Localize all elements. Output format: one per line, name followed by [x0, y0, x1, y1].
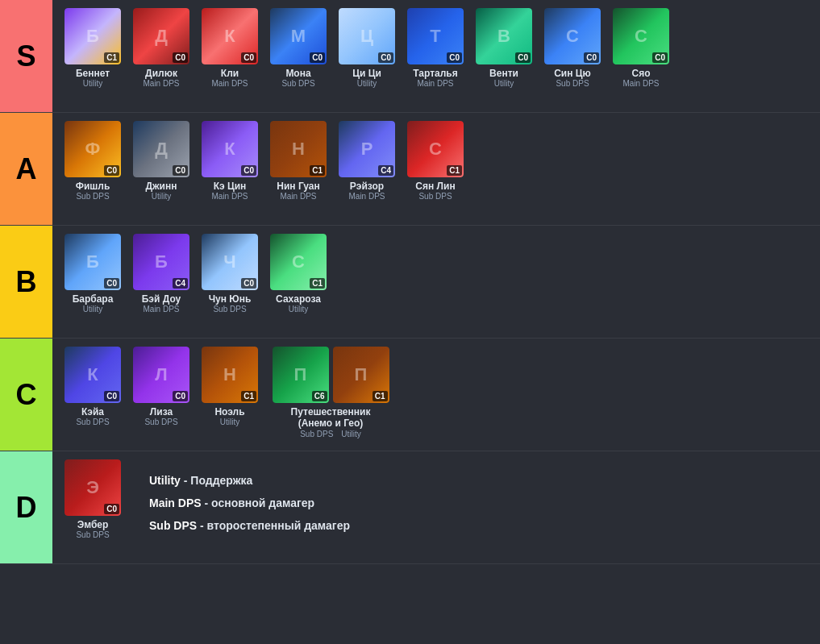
constellation-badge: C0: [652, 52, 668, 63]
traveler-name: Путешественник(Анемо и Гео): [291, 406, 371, 430]
constellation-badge: C0: [241, 52, 256, 63]
char-card-xinqiu[interactable]: СC0Син ЦюSub DPS: [540, 8, 605, 88]
tier-list: S БC1БеннетUtilityДC0ДилюкMain DPSКC0Кли…: [0, 0, 820, 564]
constellation-badge: C0: [378, 52, 393, 63]
char-portrait: КC0: [65, 347, 121, 403]
constellation-badge: C0: [173, 391, 188, 401]
constellation-badge: C0: [515, 52, 531, 63]
char-portrait: КC0: [202, 8, 258, 64]
char-card-barbara[interactable]: БC0БарбараUtility: [60, 234, 125, 314]
char-card-jean[interactable]: ДC0ДжиннUtility: [129, 121, 194, 201]
char-role: Sub DPS: [418, 192, 452, 201]
char-name: Кэйа: [81, 406, 104, 418]
legend-key: Sub DPS: [149, 519, 197, 532]
char-role: Sub DPS: [144, 418, 177, 426]
char-name: Сахароза: [276, 293, 321, 305]
char-card-venti[interactable]: ВC0ВентиUtility: [472, 8, 536, 88]
constellation-badge: C0: [104, 165, 119, 176]
constellation-badge: C6: [312, 391, 327, 401]
char-name: Сяо: [632, 68, 651, 79]
char-card-noelle[interactable]: НC1НоэльUtility: [198, 347, 262, 426]
char-portrait: НC1: [202, 347, 258, 403]
tier-row-d: D ЭC0ЭмберSub DPS Utility - ПоддержкаMai…: [0, 451, 820, 564]
legend-item-main-dps: Main DPS - основной дамагер: [149, 497, 359, 509]
constellation-badge: C0: [104, 278, 119, 289]
char-role: Sub DPS: [76, 530, 109, 539]
char-portrait: ЭC0: [65, 459, 121, 516]
char-portrait: МC0: [270, 8, 327, 64]
constellation-badge: C0: [104, 504, 119, 514]
constellation-badge: C4: [173, 278, 188, 289]
char-name: Тарталья: [413, 68, 457, 79]
char-portrait: ТC0: [407, 8, 464, 64]
char-card-keqing[interactable]: КC0Кэ ЦинMain DPS: [198, 121, 262, 201]
char-name: Чун Юнь: [209, 293, 252, 305]
char-portrait: СC1: [407, 121, 464, 177]
char-card-klee[interactable]: КC0КлиMain DPS: [198, 8, 262, 88]
char-card-bennett[interactable]: БC1БеннетUtility: [60, 8, 125, 88]
char-card-tartaglia[interactable]: ТC0ТартальяMain DPS: [403, 8, 468, 88]
constellation-badge: C0: [447, 52, 462, 63]
constellation-badge: C0: [173, 52, 188, 63]
char-card-fischl[interactable]: ФC0ФишльSub DPS: [60, 121, 125, 201]
tier-row-b: B БC0БарбараUtilityБC4Бэй ДоуMain DPSЧC0…: [0, 226, 820, 339]
char-name: Ноэль: [214, 406, 244, 418]
char-card-diluc[interactable]: ДC0ДилюкMain DPS: [129, 8, 194, 88]
char-card-mona[interactable]: МC0МонаSub DPS: [266, 8, 331, 88]
constellation-badge: C4: [378, 165, 393, 176]
char-role: Sub DPS: [213, 305, 246, 314]
char-role: Utility: [220, 418, 239, 426]
char-portrait-traveler_geo[interactable]: ПC1: [333, 347, 389, 403]
char-role: Main DPS: [143, 79, 179, 88]
char-card-kaeya[interactable]: КC0КэйаSub DPS: [60, 347, 125, 426]
char-role: Utility: [494, 79, 514, 88]
char-card-amber[interactable]: ЭC0ЭмберSub DPS: [60, 459, 125, 539]
char-portrait: ЧC0: [202, 234, 258, 290]
char-name: Мона: [285, 68, 310, 79]
traveler-role-1: Sub DPS: [300, 430, 333, 438]
char-name: Эмбер: [77, 519, 109, 530]
char-card-chongyun[interactable]: ЧC0Чун ЮньSub DPS: [198, 234, 262, 314]
char-role: Utility: [357, 79, 377, 88]
tier-label-a: A: [0, 113, 52, 225]
char-name: Син Цю: [554, 68, 591, 79]
char-name: Кэ Цин: [214, 181, 247, 192]
char-role: Utility: [289, 305, 308, 314]
char-name: Барбара: [73, 293, 114, 305]
constellation-badge: C0: [173, 165, 188, 176]
char-card-beidou[interactable]: БC4Бэй ДоуMain DPS: [129, 234, 194, 314]
char-card-lisa[interactable]: ЛC0ЛизаSub DPS: [129, 347, 194, 426]
char-role: Main DPS: [348, 192, 385, 201]
char-portrait: ДC0: [133, 121, 189, 177]
char-role: Utility: [152, 192, 171, 201]
char-portrait: ВC0: [476, 8, 532, 64]
char-name: Бэй Доу: [142, 293, 181, 305]
char-name: Ци Ци: [352, 68, 381, 79]
legend-key: Main DPS: [149, 497, 202, 509]
char-role: Main DPS: [280, 192, 316, 201]
char-card-xiao[interactable]: СC0СяоMain DPS: [609, 8, 673, 88]
char-name: Дилюк: [145, 68, 177, 79]
traveler-portraits: ПC6ПC1: [273, 347, 389, 403]
char-card-ningguang[interactable]: НC1Нин ГуанMain DPS: [266, 121, 331, 201]
constellation-badge: C1: [104, 52, 119, 63]
tier-content-a: ФC0ФишльSub DPSДC0ДжиннUtilityКC0Кэ ЦинM…: [52, 113, 820, 225]
char-portrait: НC1: [270, 121, 327, 177]
tier-content-s: БC1БеннетUtilityДC0ДилюкMain DPSКC0КлиMa…: [52, 0, 820, 112]
char-portrait: СC0: [613, 8, 669, 64]
traveler-role-2: Utility: [341, 430, 360, 438]
char-card-razor[interactable]: РC4РэйзорMain DPS: [335, 121, 399, 201]
char-name: Беннет: [76, 68, 110, 79]
tier-label-d: D: [0, 451, 52, 563]
char-card-qiqi[interactable]: ЦC0Ци ЦиUtility: [335, 8, 399, 88]
char-portrait: БC0: [65, 234, 121, 290]
char-name: Венти: [489, 68, 518, 79]
char-portrait-traveler_anemo[interactable]: ПC6: [273, 347, 329, 403]
char-portrait: БC4: [133, 234, 189, 290]
char-name: Лиза: [150, 406, 173, 418]
char-card-xianglin[interactable]: СC1Сян ЛинSub DPS: [403, 121, 468, 201]
char-card-sucrose[interactable]: СC1СахарозаUtility: [266, 234, 331, 314]
constellation-badge: C1: [310, 165, 325, 176]
tier-row-a: A ФC0ФишльSub DPSДC0ДжиннUtilityКC0Кэ Ци…: [0, 113, 820, 226]
legend-item-utility: Utility - Поддержка: [149, 474, 359, 487]
